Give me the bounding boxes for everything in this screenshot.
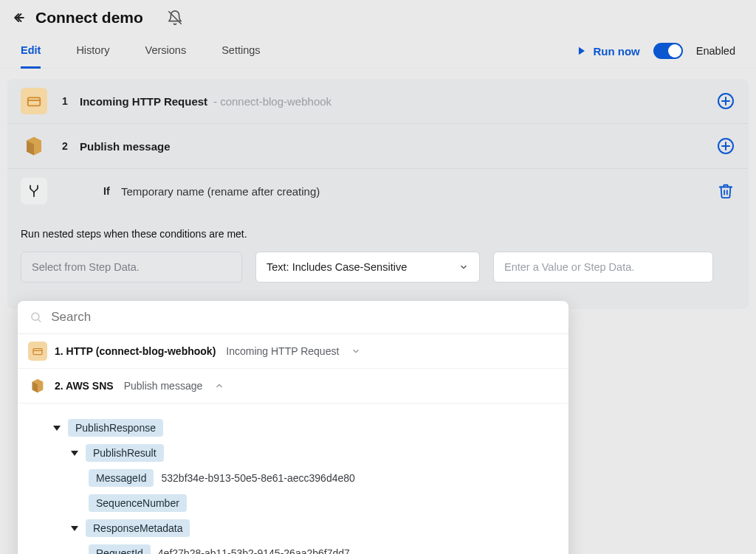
delete-step-button[interactable] [716,181,735,201]
popover-step1-title: 1. HTTP (connect-blog-webhook) [55,345,216,357]
right-operand-input[interactable]: Enter a Value or Step Data. [493,252,713,283]
run-now-label: Run now [593,45,639,58]
tree-key: PublishResponse [68,419,163,437]
popover-step2-sub: Publish message [124,380,203,392]
left-operand-input[interactable]: Select from Step Data. [21,252,242,283]
tab-history[interactable]: History [76,34,109,68]
caret-down-icon [71,526,78,531]
caret-down-icon [71,451,78,456]
search-icon [30,311,42,324]
tree-value: 4ef27b28-ab11-53b2-9145-26aa2b6f7dd7 [158,547,350,554]
step-data-popover: 1. HTTP (connect-blog-webhook) Incoming … [18,301,568,554]
popover-step-1[interactable]: 1. HTTP (connect-blog-webhook) Incoming … [18,334,568,369]
add-step-button[interactable] [716,136,735,156]
condition-builder: Run nested steps when these conditions a… [7,213,749,309]
http-icon [21,88,47,114]
chevron-down-icon [351,346,361,356]
enabled-toggle[interactable] [653,43,683,59]
tab-settings[interactable]: Settings [221,34,260,68]
enabled-label: Enabled [696,45,735,57]
sns-icon [28,376,47,395]
steps-panel: 1 Incoming HTTP Request - connect-blog-w… [7,79,749,309]
popover-step-2[interactable]: 2. AWS SNS Publish message [18,369,568,404]
svg-line-14 [38,319,41,322]
svg-point-13 [32,313,39,320]
tree-node-sequencenumber[interactable]: SequenceNumber [89,491,554,516]
right-operand-placeholder: Enter a Value or Step Data. [504,261,634,273]
step-title: Temporary name (rename after creating) [121,185,320,198]
if-label: If [103,185,121,197]
step-title: Incoming HTTP Request [80,95,207,108]
operator-value: Text: Includes Case-Sensitive [267,261,407,273]
run-now-button[interactable]: Run now [577,45,639,58]
step-number: 2 [62,140,80,152]
tree-value: 532bf34e-b913-50e5-8e61-aecc396d4e80 [161,472,354,484]
tree-node-publishresponse[interactable]: PublishResponse [53,415,554,440]
popover-step2-title: 2. AWS SNS [55,380,114,392]
popover-search-input[interactable] [51,310,557,325]
svg-rect-15 [33,349,42,355]
http-icon [28,342,47,361]
chevron-up-icon [214,381,224,391]
step-subtitle: - connect-blog-webhook [213,95,331,108]
step-number: 1 [62,95,80,107]
tree-key: ResponseMetadata [86,519,190,537]
step-row-1[interactable]: 1 Incoming HTTP Request - connect-blog-w… [7,79,749,124]
left-operand-placeholder: Select from Step Data. [32,261,140,273]
tree-key: PublishResult [86,444,164,462]
step-row-2[interactable]: 2 Publish message [7,124,749,169]
tree-key: RequestId [89,544,151,554]
branch-icon [21,178,47,204]
tree-node-responsemetadata[interactable]: ResponseMetadata [71,516,554,541]
popover-step1-sub: Incoming HTTP Request [226,345,339,357]
back-arrow[interactable] [12,10,27,25]
popover-search-row [18,301,568,334]
svg-marker-2 [579,47,585,55]
tree-key: SequenceNumber [89,494,187,512]
svg-rect-3 [28,97,41,105]
response-tree: PublishResponse PublishResult MessageId … [18,404,568,554]
page-title: Connect demo [35,9,143,27]
condition-label: Run nested steps when these conditions a… [21,228,735,240]
tree-node-requestid[interactable]: RequestId 4ef27b28-ab11-53b2-9145-26aa2b… [89,541,554,554]
caret-down-icon [53,426,61,431]
sns-icon [21,133,47,159]
step-title: Publish message [80,140,171,153]
notifications-muted-icon[interactable] [167,10,183,26]
tree-node-messageid[interactable]: MessageId 532bf34e-b913-50e5-8e61-aecc39… [89,465,554,491]
tree-key: MessageId [89,469,154,487]
tab-versions[interactable]: Versions [145,34,187,68]
step-row-branch[interactable]: If Temporary name (rename after creating… [7,169,749,213]
add-step-button[interactable] [716,91,735,111]
tab-edit[interactable]: Edit [21,34,41,69]
tree-node-publishresult[interactable]: PublishResult [71,440,554,465]
operator-select[interactable]: Text: Includes Case-Sensitive [255,252,480,283]
